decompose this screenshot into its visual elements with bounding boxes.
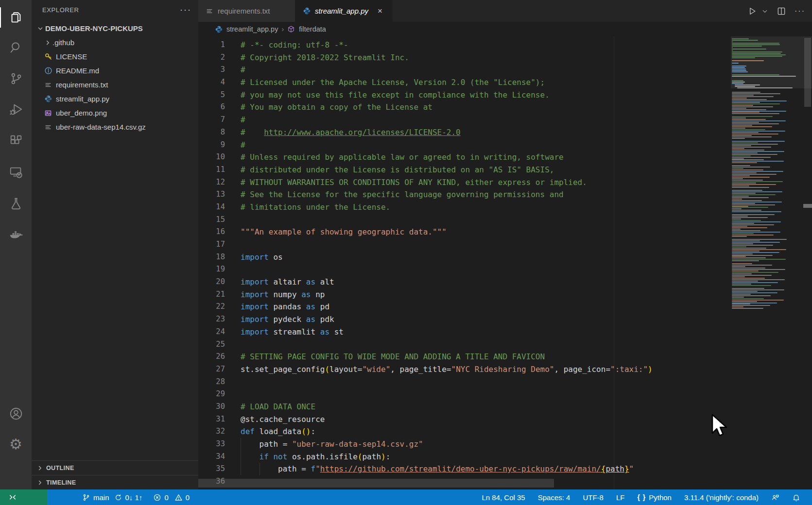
tree-root-folder[interactable]: DEMO-UBER-NYC-PICKUPS: [32, 21, 198, 35]
tab-requirements-txt[interactable]: requirements.txt: [198, 0, 295, 22]
tree-item-requirements-txt[interactable]: requirements.txt: [32, 78, 198, 92]
errors-icon: [153, 493, 161, 502]
sidebar-section-outline[interactable]: OUTLINE: [32, 460, 198, 475]
minimap-line: [732, 197, 769, 198]
minimap-line: [732, 129, 765, 130]
activity-bar-item-settings-gear[interactable]: ⚙: [0, 430, 32, 458]
editor-actions: ···: [747, 0, 805, 22]
split-editor-button[interactable]: [777, 6, 786, 16]
code-text: # You may obtain a copy of the License a…: [241, 101, 432, 114]
minimap-line: [735, 84, 760, 85]
minimap-line: [735, 86, 755, 87]
minimap-line: [732, 291, 758, 292]
minimap[interactable]: [731, 36, 803, 489]
minimap-line: [732, 252, 779, 253]
minimap-line: [732, 289, 784, 290]
minimap-line: [732, 210, 761, 211]
language-mode-status[interactable]: { } Python: [637, 493, 672, 502]
minimap-line: [732, 300, 784, 301]
minimap-line: [732, 301, 757, 302]
minimap-line: [732, 53, 781, 54]
minimap-line: [732, 126, 772, 127]
activity-bar-item-files[interactable]: [0, 3, 32, 32]
line-number: 12: [198, 176, 225, 189]
minimap-line: [732, 282, 778, 283]
tree-item-readme-md[interactable]: README.md: [32, 64, 198, 78]
activity-bar-item-extensions[interactable]: [0, 127, 32, 155]
minimap-line: [732, 109, 766, 110]
minimap-line: [732, 230, 760, 231]
chevron-right-icon: [36, 479, 44, 486]
minimap-line: [732, 297, 744, 298]
activity-bar-item-remote-explorer[interactable]: [0, 158, 32, 186]
search-icon: [9, 40, 23, 55]
horizontal-scrollbar-thumb[interactable]: [198, 479, 554, 488]
vertical-scrollbar-thumb[interactable]: [804, 38, 811, 107]
code-line-25: 25: [198, 338, 731, 351]
code-line-35: 35 path = f"https://github.com/streamlit…: [198, 463, 731, 475]
activity-bar-item-run-debug[interactable]: [0, 95, 32, 123]
minimap-line: [732, 303, 777, 303]
code-line-30: 30# LOAD DATA ONCE: [198, 401, 731, 413]
tree-item-license[interactable]: LICENSE: [32, 50, 198, 64]
tab-close-icon[interactable]: ×: [375, 6, 385, 16]
more-actions-icon[interactable]: ···: [795, 7, 805, 16]
activity-bar-item-source-control[interactable]: [0, 65, 32, 93]
remote-indicator[interactable]: [0, 489, 47, 505]
activity-bar-item-account[interactable]: [0, 400, 32, 428]
notifications-button[interactable]: [792, 493, 800, 502]
tree-item--github[interactable]: .github: [32, 35, 198, 50]
warnings-icon: [174, 493, 183, 502]
python-interpreter-status[interactable]: 3.11.4 ('nightly': conda): [684, 493, 759, 502]
minimap-line: [732, 217, 768, 218]
line-number: 28: [198, 376, 225, 388]
tree-item-label: LICENSE: [56, 52, 87, 61]
code-editor[interactable]: 1# -*- coding: utf-8 -*-2# Copyright 201…: [198, 36, 812, 489]
minimap-line: [732, 150, 764, 151]
explorer-more-actions-icon[interactable]: ···: [180, 5, 191, 15]
cursor-position-status[interactable]: Ln 84, Col 35: [482, 493, 525, 502]
breadcrumb-file[interactable]: streamlit_app.py: [226, 25, 278, 33]
line-number: 21: [198, 288, 225, 301]
minimap-line: [732, 51, 782, 52]
minimap-line: [732, 184, 776, 185]
breadcrumb-symbol[interactable]: filterdata: [299, 25, 326, 33]
minimap-line: [732, 275, 772, 276]
minimap-line: [732, 273, 752, 274]
eol-status[interactable]: LF: [616, 493, 625, 502]
python-icon: [215, 25, 223, 34]
code-text: import streamlit as st: [241, 326, 344, 338]
code-line-3: 3#: [198, 64, 731, 76]
sidebar-section-timeline[interactable]: TIMELINE: [32, 475, 198, 489]
run-dropdown-chevron-icon[interactable]: [761, 8, 768, 15]
tree-item-uber-demo-png[interactable]: uber_demo.png: [32, 106, 198, 120]
problems-status[interactable]: 0 0: [153, 493, 190, 502]
indentation-status[interactable]: Spaces: 4: [538, 493, 570, 502]
code-text: path = f"https://github.com/streamlit/de…: [241, 463, 634, 475]
minimap-line: [732, 111, 786, 112]
minimap-line: [732, 56, 782, 57]
tree-item-uber-raw-data-sep14-csv-gz[interactable]: uber-raw-data-sep14.csv.gz: [32, 120, 198, 134]
git-branch-status[interactable]: main 0↓ 1↑: [82, 493, 142, 502]
code-line-33: 33 path = "uber-raw-data-sep14.csv.gz": [198, 438, 731, 451]
minimap-line: [732, 136, 772, 137]
activity-bar-item-docker[interactable]: [0, 221, 32, 249]
code-text: import altair as alt: [241, 276, 334, 288]
tree-item-streamlit-app-py[interactable]: streamlit_app.py: [32, 92, 198, 106]
minimap-line: [732, 183, 756, 184]
minimap-line: [732, 202, 782, 202]
feedback-button[interactable]: [771, 493, 779, 502]
run-python-file-button[interactable]: [747, 6, 757, 16]
minimap-line: [732, 187, 769, 188]
encoding-status[interactable]: UTF-8: [583, 493, 604, 502]
minimap-line: [732, 38, 749, 39]
chevron-right-icon: [44, 39, 52, 46]
activity-bar-item-testing[interactable]: [0, 189, 32, 218]
tab-streamlit-app-py[interactable]: streamlit_app.py×: [295, 0, 393, 22]
python-icon: [302, 7, 311, 16]
account-icon: [9, 406, 23, 421]
activity-bar-item-search[interactable]: [0, 34, 32, 62]
minimap-line: [732, 206, 748, 207]
tree-root-label: DEMO-UBER-NYC-PICKUPS: [45, 24, 143, 33]
line-number: 16: [198, 226, 225, 238]
